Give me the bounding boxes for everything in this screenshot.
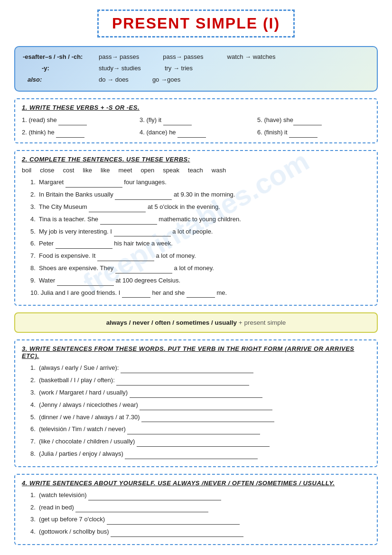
ex2-blank-5[interactable] (114, 230, 171, 236)
rules-ex1-3: watch → watches (227, 52, 276, 62)
verb-meet: meet (118, 167, 132, 174)
ex1-item-1: 1. (read) she (22, 115, 135, 125)
ex2-blank-3[interactable] (89, 206, 146, 212)
ex2-sent-7: 7. Food is expensive. It a lot of money. (30, 251, 370, 261)
ex1-blank-6[interactable] (289, 131, 317, 138)
ex4-blank-2[interactable] (75, 506, 208, 512)
rules-box: -esafter–s / -sh / -ch: pass→ passes pas… (14, 46, 378, 92)
ex2-blank-2[interactable] (115, 193, 172, 200)
ex1-blank-5[interactable] (293, 119, 322, 125)
verb-boil: boil (22, 167, 31, 174)
ex2-blank-10a[interactable] (122, 291, 150, 298)
adverbs-box: always / never / often / sometimes / usu… (14, 312, 378, 333)
ex2-blank-1[interactable] (65, 181, 122, 188)
exercise4-box: 4. WRITE SENTENCES ABOUT YOURSELF. USE A… (14, 474, 378, 545)
verb-wash: wash (212, 167, 226, 174)
ex3-blank-2[interactable] (116, 379, 249, 386)
exercise3-items: 1. (always / early / Sue / arrive): 2. (… (22, 363, 370, 459)
page-title-container: PRESENT SIMPLE (I) (14, 9, 378, 38)
ex3-blank-3[interactable] (130, 391, 262, 398)
exercise1-number: 1. (22, 104, 28, 111)
ex2-sent-8: 8. Shoes are expensive. They a lot of mo… (30, 263, 370, 273)
verb-like1: like (83, 167, 92, 174)
rules-label-1: -esafter–s / -sh / -ch: (23, 52, 99, 62)
ex3-item-5: 5. (dinner / we / have / always / at 7.3… (30, 413, 370, 423)
exercise1-title: 1. WRITE THESE VERBS + -S OR -ES. (22, 104, 370, 111)
exercise4-title: 4. WRITE SENTENCES ABOUT YOURSELF. USE A… (22, 480, 370, 487)
exercise3-title: 3. WRITE SENTENCES FROM THESE WORDS. PUT… (22, 345, 370, 359)
ex2-sent-5: 5. My job is very interesting. I a lot o… (30, 227, 370, 237)
verb-open: open (140, 167, 154, 174)
ex2-sent-4: 4. Tina is a teacher. She mathematic to … (30, 215, 370, 225)
ex2-blank-10b[interactable] (187, 291, 215, 298)
ex2-sent-1: 1. Margaret four languages. (30, 178, 370, 188)
ex2-sent-3: 3. The City Museum at 5 o'clock in the e… (30, 202, 370, 212)
ex2-blank-7[interactable] (97, 254, 154, 261)
rules-ex2-1: study→ studies (99, 63, 141, 74)
verb-cost: cost (63, 167, 75, 174)
verb-teach: teach (188, 167, 203, 174)
rules-ex1-2: pass→ passes (163, 52, 203, 62)
adverbs-words: always / never / often / sometimes / usu… (106, 319, 237, 326)
rules-right-1: pass→ passes pass→ passes watch → watche… (99, 52, 275, 62)
ex3-item-1: 1. (always / early / Sue / arrive): (30, 363, 370, 373)
rules-right-2: study→ studies try → tries (99, 63, 193, 74)
ex2-blank-8[interactable] (115, 267, 172, 273)
verb-like2: like (101, 167, 110, 174)
ex3-item-4: 4. (Jenny / always / niceclothes / wear) (30, 400, 370, 410)
ex3-blank-5[interactable] (141, 415, 274, 422)
ex3-blank-6[interactable] (127, 428, 260, 434)
ex1-blank-4[interactable] (177, 131, 206, 138)
ex3-blank-7[interactable] (137, 440, 270, 447)
ex4-item-3: 3. (get up before 7 o'clock) (30, 515, 370, 525)
exercise4-number: 4. (22, 480, 28, 487)
rules-ex1-1: pass→ passes (99, 52, 139, 62)
ex2-blank-6[interactable] (56, 242, 112, 249)
rules-ex2-2: try → tries (165, 63, 193, 74)
rules-label-3: also: (23, 75, 99, 85)
exercise2-verbs: boil close cost like like meet open spea… (22, 167, 370, 174)
rules-row-1: -esafter–s / -sh / -ch: pass→ passes pas… (23, 52, 369, 62)
ex3-item-2: 2. (basketball / I / play / often): (30, 376, 370, 386)
ex1-blank-2[interactable] (56, 131, 84, 138)
ex4-blank-1[interactable] (88, 494, 221, 500)
ex2-blank-4[interactable] (100, 218, 157, 225)
exercise2-number: 2. (22, 156, 28, 163)
ex2-blank-9[interactable] (57, 279, 114, 286)
rules-row-2: -y: study→ studies try → tries (23, 63, 369, 74)
ex3-item-7: 7. (like / chocolate / children / usuall… (30, 437, 370, 447)
exercise2-title: 2. COMPLETE THE SENTENCES. USE THESE VER… (22, 156, 370, 163)
ex2-sent-10: 10. Julia and I are good friends. I her … (30, 288, 370, 298)
exercise3-instruction: WRITE SENTENCES FROM THESE WORDS. PUT TH… (22, 345, 355, 359)
ex4-blank-4[interactable] (111, 530, 243, 537)
ex3-item-3: 3. (work / Margaret / hard / usually) (30, 388, 370, 398)
ex4-item-2: 2. (read in bed) (30, 503, 370, 513)
ex1-blank-3[interactable] (163, 119, 192, 125)
rules-row-3: also: do → does go →goes (23, 75, 369, 85)
exercise4-items: 1. (watch televisión) 2. (read in bed) 3… (22, 490, 370, 537)
ex3-blank-4[interactable] (140, 404, 272, 410)
exercise2-sentences: 1. Margaret four languages. 2. In Britai… (22, 178, 370, 298)
exercise3-number: 3. (22, 345, 28, 352)
ex4-item-4: 4. (gottowork / schollby bus) (30, 527, 370, 537)
ex2-sent-2: 2. In Britain the Banks usually at 9.30 … (30, 190, 370, 200)
rules-ex3-2: go →goes (152, 75, 180, 85)
rules-right-3: do → does go →goes (99, 75, 180, 85)
ex1-blank-1[interactable] (58, 119, 87, 125)
ex3-item-8: 8. (Julia / parties / enjoy / always) (30, 449, 370, 459)
ex4-blank-3[interactable] (107, 518, 240, 525)
exercise2-instruction: COMPLETE THE SENTENCES. USE THESE VERBS: (29, 156, 190, 163)
exercise4-instruction: WRITE SENTENCES ABOUT YOURSELF. USE ALWA… (29, 480, 335, 487)
rules-label-2: -y: (23, 63, 99, 74)
ex3-blank-8[interactable] (125, 452, 258, 459)
rules-ex3-1: do → does (99, 75, 129, 85)
ex2-sent-9: 9. Water at 100 degrees Celsius. (30, 276, 370, 286)
ex3-item-6: 6. (televisión / Tim / watch / never) (30, 424, 370, 434)
ex4-item-1: 1. (watch televisión) (30, 490, 370, 500)
ex3-blank-1[interactable] (121, 367, 253, 373)
exercise1-grid: 1. (read) she 3. (fly) it 5. (have) she … (22, 115, 370, 138)
ex2-sent-6: 6. Peter his hair twice a week. (30, 239, 370, 249)
exercise3-box: 3. WRITE SENTENCES FROM THESE WORDS. PUT… (14, 339, 378, 467)
exercise2-box: 2. COMPLETE THE SENTENCES. USE THESE VER… (14, 150, 378, 306)
ex1-item-5: 5. (have) she (257, 115, 370, 125)
